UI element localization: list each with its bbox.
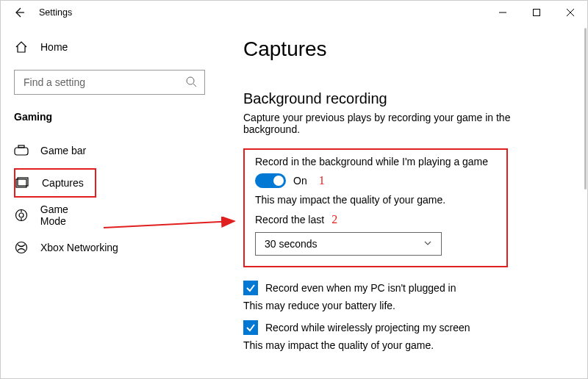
record-unplugged-checkbox[interactable]: [243, 281, 258, 295]
record-bg-toggle[interactable]: [255, 173, 286, 188]
svg-rect-7: [18, 145, 24, 148]
sidebar-home-label: Home: [40, 41, 68, 53]
svg-point-4: [187, 77, 194, 84]
svg-line-5: [193, 84, 196, 87]
gamemode-icon: [14, 209, 29, 222]
group-description: Capture your previous plays by recording…: [243, 112, 552, 135]
main-panel: Captures Background recording Capture yo…: [221, 24, 587, 379]
window-title: Settings: [30, 7, 72, 18]
svg-rect-6: [15, 148, 28, 155]
record-wireless-checkbox[interactable]: [243, 320, 258, 335]
annotation-box: Record in the background while I'm playi…: [243, 148, 508, 267]
home-icon: [14, 40, 29, 54]
close-button[interactable]: [553, 1, 587, 24]
sidebar-item-captures[interactable]: Captures: [14, 168, 96, 198]
sidebar-section-label: Gaming: [14, 111, 221, 123]
annotation-1: 1: [319, 174, 325, 187]
search-icon: [185, 76, 197, 90]
content: Home Gaming Game bar Captures Game: [1, 24, 587, 379]
back-button[interactable]: [8, 6, 30, 19]
sidebar-item-label: Game Mode: [40, 203, 96, 227]
annotation-2: 2: [331, 213, 337, 226]
toggle-knob: [273, 176, 284, 186]
svg-point-11: [19, 213, 24, 217]
record-bg-label: Record in the background while I'm playi…: [255, 156, 496, 167]
svg-rect-1: [534, 10, 540, 16]
toggle-state-label: On: [293, 175, 307, 187]
search-field[interactable]: [22, 76, 185, 89]
record-last-dropdown[interactable]: 30 seconds: [255, 232, 442, 256]
dropdown-value: 30 seconds: [265, 238, 318, 250]
window-controls: [486, 1, 587, 24]
sidebar: Home Gaming Game bar Captures Game: [1, 24, 221, 379]
captures-icon: [15, 177, 30, 189]
record-wireless-note: This may impact the quality of your game…: [243, 339, 573, 351]
toggle-note: This may impact the quality of your game…: [255, 194, 496, 206]
sidebar-item-label: Captures: [42, 177, 84, 189]
record-unplugged-label: Record even when my PC isn't plugged in: [265, 282, 456, 294]
record-last-label: Record the last: [255, 214, 324, 225]
page-title: Captures: [243, 37, 573, 61]
sidebar-item-label: Game bar: [40, 145, 86, 156]
search-input[interactable]: [14, 70, 205, 95]
scrollbar[interactable]: [584, 28, 587, 190]
xbox-icon: [14, 241, 29, 254]
maximize-button[interactable]: [520, 1, 553, 24]
svg-line-16: [104, 221, 234, 228]
sidebar-item-gamebar[interactable]: Game bar: [14, 136, 96, 165]
record-wireless-label: Record while wirelessly projecting my sc…: [265, 322, 470, 333]
sidebar-home[interactable]: Home: [14, 36, 221, 58]
record-unplugged-note: This may reduce your battery life.: [243, 300, 573, 311]
svg-point-14: [16, 242, 27, 253]
titlebar: Settings: [1, 1, 587, 24]
group-title: Background recording: [243, 90, 573, 107]
gamebar-icon: [14, 145, 29, 156]
sidebar-item-gamemode[interactable]: Game Mode: [14, 201, 96, 230]
sidebar-item-label: Xbox Networking: [40, 242, 118, 253]
minimize-button[interactable]: [486, 1, 520, 24]
chevron-down-icon: [423, 238, 432, 250]
